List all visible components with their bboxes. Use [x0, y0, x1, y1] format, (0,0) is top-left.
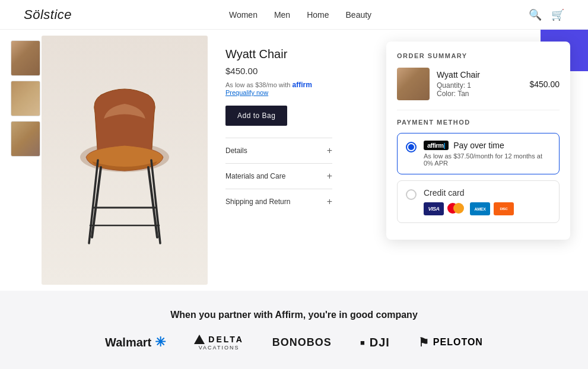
- order-item-quantity: Quantity: 1: [437, 81, 522, 90]
- accordion-details[interactable]: Details +: [225, 138, 332, 163]
- search-icon[interactable]: 🔍: [529, 8, 542, 21]
- product-thumbnails: [0, 30, 42, 291]
- credit-card-logos: VISA AMEX DISC: [424, 202, 551, 215]
- payment-method-title: PAYMENT METHOD: [397, 119, 560, 126]
- accordion-expand-icon: +: [327, 145, 332, 156]
- accordion-expand-icon-2: +: [327, 171, 332, 182]
- affirm-option-content: affirm| Pay over time As low as $37.50/m…: [424, 141, 551, 167]
- credit-card-payment-option[interactable]: Credit card VISA AMEX DISC: [397, 180, 560, 223]
- pay-over-time-label: Pay over time: [453, 141, 504, 150]
- nav-home[interactable]: Home: [307, 10, 329, 20]
- nav-men[interactable]: Men: [274, 10, 290, 20]
- header-icons: 🔍 🛒: [529, 8, 564, 21]
- credit-card-radio[interactable]: [406, 189, 417, 200]
- affirm-radio[interactable]: [406, 142, 417, 152]
- nav-women[interactable]: Women: [229, 10, 258, 20]
- product-main-image: [42, 36, 208, 285]
- chair-illustration: [59, 65, 190, 255]
- discover-logo: DISC: [494, 202, 514, 215]
- product-price: $450.00: [225, 66, 332, 76]
- affirm-subtext: As low as $37.50/month for 12 months at …: [424, 152, 551, 167]
- affirm-payment-option[interactable]: affirm| Pay over time As low as $37.50/m…: [397, 133, 560, 174]
- walmart-star-icon: ✳: [155, 335, 166, 350]
- order-item-name: Wyatt Chair: [437, 70, 522, 79]
- credit-card-label: Credit card: [424, 188, 551, 198]
- bottom-section: When you partner with Affirm, you're in …: [0, 291, 588, 369]
- order-item-info: Wyatt Chair Quantity: 1 Color: Tan: [437, 70, 522, 98]
- main-section: Wyatt Chair $450.00 As low as $38/mo wit…: [0, 30, 588, 291]
- cart-icon[interactable]: 🛒: [551, 8, 564, 21]
- order-item-thumbnail: [397, 68, 430, 100]
- delta-triangle-icon: [194, 335, 205, 344]
- add-to-bag-button[interactable]: Add to Bag: [225, 106, 287, 126]
- site-logo: Sölstice: [24, 7, 72, 23]
- accordion-shipping[interactable]: Shipping and Return +: [225, 189, 332, 214]
- divider: [397, 110, 560, 110]
- nav-beauty[interactable]: Beauty: [346, 10, 372, 20]
- visa-logo: VISA: [424, 202, 444, 215]
- order-item-color: Color: Tan: [437, 90, 522, 98]
- order-item-price: $450.00: [529, 79, 560, 89]
- peloton-icon: ⚑: [418, 335, 430, 349]
- mastercard-logo: [447, 203, 466, 215]
- dji-logo: ■DJI: [360, 336, 390, 349]
- header: Sölstice Women Men Home Beauty 🔍 🛒: [0, 0, 588, 30]
- thumbnail-2[interactable]: [11, 81, 40, 116]
- main-nav: Women Men Home Beauty: [229, 10, 371, 20]
- walmart-logo: Walmart ✳: [105, 335, 166, 350]
- order-summary-title: ORDER SUMMARY: [397, 52, 560, 59]
- prequalify-link[interactable]: Prequalify now: [225, 89, 268, 96]
- thumbnail-1[interactable]: [11, 40, 40, 76]
- thumbnail-3[interactable]: [11, 121, 40, 157]
- order-summary-card: ORDER SUMMARY Wyatt Chair Quantity: 1 Co…: [386, 42, 570, 240]
- amex-logo: AMEX: [470, 202, 490, 215]
- delta-vacations-logo: DELTA VACATIONS: [194, 335, 244, 351]
- affirm-info-text: As low as $38/mo with affirm Prequalify …: [225, 81, 332, 96]
- product-name: Wyatt Chair: [225, 47, 332, 61]
- partner-logos: Walmart ✳ DELTA VACATIONS BONOBOS ■DJI ⚑…: [105, 335, 483, 351]
- affirm-logo-badge: affirm|: [424, 141, 449, 150]
- credit-card-content: Credit card VISA AMEX DISC: [424, 188, 551, 215]
- peloton-logo: ⚑ PELOTON: [418, 335, 483, 349]
- partner-tagline: When you partner with Affirm, you're in …: [170, 310, 418, 320]
- affirm-option-header: affirm| Pay over time: [424, 141, 551, 150]
- accordion-materials[interactable]: Materials and Care +: [225, 163, 332, 189]
- order-item-row: Wyatt Chair Quantity: 1 Color: Tan $450.…: [397, 68, 560, 100]
- product-details: Wyatt Chair $450.00 As low as $38/mo wit…: [214, 30, 344, 291]
- accordion-expand-icon-3: +: [327, 196, 332, 207]
- bonobos-logo: BONOBOS: [272, 336, 332, 349]
